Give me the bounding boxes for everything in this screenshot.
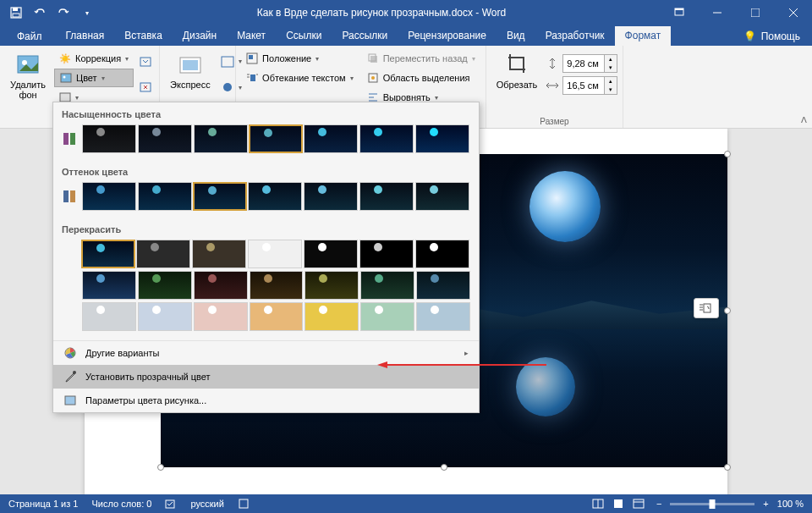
color-thumbnail[interactable]	[359, 124, 414, 153]
color-thumbnail[interactable]	[415, 182, 469, 211]
svg-rect-37	[704, 304, 710, 312]
group-size: Обрезать ▴▾ ▴▾ Размер	[486, 46, 624, 128]
color-thumbnail[interactable]	[359, 240, 414, 268]
tab-home[interactable]: Главная	[56, 26, 115, 46]
window-title: Как в Врде сделать рисунок прозрачным.do…	[103, 7, 660, 19]
tab-view[interactable]: Вид	[497, 26, 535, 46]
remove-bg-label: Удалить фон	[10, 80, 46, 100]
compress-button[interactable]	[137, 52, 154, 71]
chevron-down-icon: ▾	[75, 94, 79, 102]
color-thumbnail[interactable]	[82, 271, 136, 300]
macro-icon[interactable]	[238, 498, 250, 510]
collapse-ribbon-button[interactable]: ᐱ	[801, 115, 807, 124]
tone-icon	[62, 182, 77, 211]
color-thumbnail[interactable]	[138, 182, 192, 211]
color-thumbnail[interactable]	[193, 182, 247, 211]
color-thumbnail[interactable]	[194, 271, 248, 300]
color-thumbnail[interactable]	[192, 240, 246, 268]
color-thumbnail[interactable]	[248, 240, 302, 268]
remove-background-button[interactable]: Удалить фон	[5, 49, 51, 126]
color-thumbnail[interactable]	[304, 124, 358, 153]
tab-file[interactable]: Файл	[3, 27, 56, 46]
tab-review[interactable]: Рецензирование	[398, 26, 497, 46]
color-thumbnail[interactable]	[250, 302, 304, 331]
saturation-header: Насыщенность цвета	[62, 106, 470, 124]
color-thumbnail[interactable]	[82, 302, 136, 331]
color-thumbnail[interactable]	[360, 271, 414, 300]
page-indicator[interactable]: Страница 1 из 1	[8, 499, 78, 509]
tab-format[interactable]: Формат	[615, 26, 672, 46]
minimize-button[interactable]	[698, 0, 736, 25]
web-layout-button[interactable]	[629, 495, 648, 512]
svg-rect-6	[751, 8, 760, 17]
color-thumbnail[interactable]	[81, 240, 135, 268]
color-thumbnail[interactable]	[250, 271, 304, 300]
maximize-button[interactable]	[736, 0, 774, 25]
color-thumbnail[interactable]	[138, 124, 192, 153]
color-thumbnail[interactable]	[136, 240, 190, 268]
change-picture-button[interactable]	[137, 78, 154, 97]
color-thumbnail[interactable]	[304, 271, 359, 300]
zoom-level[interactable]: 100 %	[777, 499, 804, 509]
word-count[interactable]: Число слов: 0	[91, 499, 151, 509]
color-button[interactable]: Цвет ▾	[54, 69, 134, 87]
zoom-in-button[interactable]: +	[763, 499, 768, 509]
color-thumbnail[interactable]	[82, 124, 136, 153]
color-thumbnail[interactable]	[416, 271, 470, 300]
selection-pane-button[interactable]: Область выделения	[362, 69, 480, 87]
window-controls	[660, 0, 812, 25]
color-thumbnail[interactable]	[360, 302, 414, 331]
read-mode-button[interactable]	[589, 495, 607, 512]
color-thumbnail[interactable]	[304, 240, 358, 268]
width-icon	[546, 80, 559, 91]
spellcheck-icon[interactable]	[165, 498, 177, 510]
color-thumbnail[interactable]	[415, 240, 469, 268]
bulb-icon: 💡	[743, 30, 756, 42]
color-thumbnail[interactable]	[304, 302, 359, 331]
position-button[interactable]: Положение▾	[241, 49, 359, 68]
tab-developer[interactable]: Разработчик	[535, 26, 615, 46]
tab-mailings[interactable]: Рассылки	[332, 26, 398, 46]
saturation-icon	[62, 124, 77, 153]
color-options-item[interactable]: Параметры цвета рисунка...	[53, 389, 479, 412]
tab-layout[interactable]: Макет	[227, 26, 276, 46]
color-thumbnail[interactable]	[138, 302, 192, 331]
tab-design[interactable]: Дизайн	[173, 26, 227, 46]
color-thumbnail[interactable]	[249, 124, 303, 153]
svg-rect-41	[63, 133, 69, 145]
width-input[interactable]: ▴▾	[562, 76, 617, 95]
color-thumbnail[interactable]	[194, 124, 248, 153]
svg-rect-25	[250, 74, 255, 81]
height-input[interactable]: ▴▾	[562, 54, 617, 73]
color-thumbnail[interactable]	[359, 182, 414, 211]
tab-references[interactable]: Ссылки	[276, 26, 332, 46]
corrections-button[interactable]: ☀️ Коррекция ▾	[54, 49, 134, 68]
zoom-slider[interactable]	[670, 503, 754, 505]
undo-button[interactable]	[29, 2, 51, 24]
save-button[interactable]	[5, 2, 27, 24]
ribbon-options-button[interactable]	[660, 0, 698, 25]
color-thumbnail[interactable]	[415, 124, 469, 153]
remove-bg-icon	[14, 51, 41, 78]
color-thumbnail[interactable]	[416, 302, 470, 331]
redo-button[interactable]	[52, 2, 74, 24]
svg-rect-13	[60, 93, 70, 102]
color-thumbnail[interactable]	[82, 182, 136, 211]
color-thumbnail[interactable]	[248, 182, 302, 211]
svg-rect-51	[239, 499, 248, 508]
wrap-text-button[interactable]: Обтекание текстом▾	[241, 69, 359, 87]
close-button[interactable]	[774, 0, 812, 25]
color-thumbnail[interactable]	[138, 271, 192, 300]
crop-button[interactable]: Обрезать	[491, 49, 543, 115]
tell-me[interactable]: 💡 Помощь	[732, 30, 812, 46]
help-label: Помощь	[761, 30, 800, 42]
layout-options-button[interactable]	[694, 298, 719, 318]
svg-point-46	[73, 371, 76, 374]
print-layout-button[interactable]	[609, 495, 628, 512]
color-thumbnail[interactable]	[194, 302, 248, 331]
qat-more-button[interactable]: ▾	[76, 2, 98, 24]
tab-insert[interactable]: Вставка	[114, 26, 173, 46]
language-indicator[interactable]: русский	[190, 499, 223, 509]
zoom-out-button[interactable]: −	[656, 499, 661, 509]
color-thumbnail[interactable]	[304, 182, 358, 211]
